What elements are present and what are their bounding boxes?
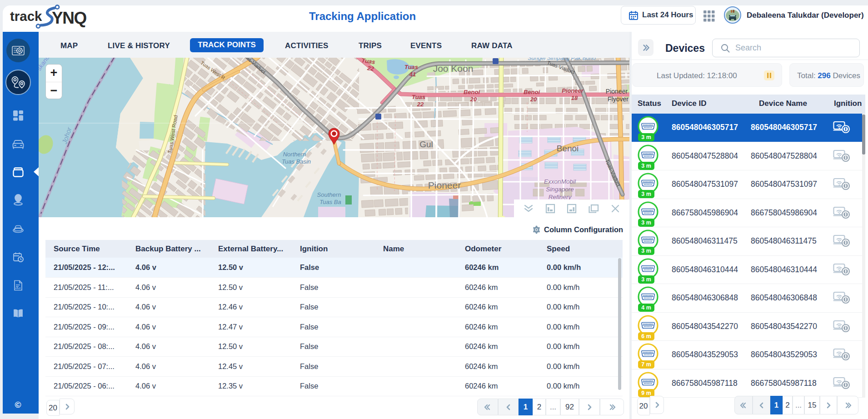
svg-text:Pioneer: Pioneer — [428, 180, 461, 190]
svg-text:Benoi: Benoi — [557, 144, 579, 153]
svg-text:6 m: 6 m — [641, 333, 651, 339]
svg-text:Tuas: Tuas — [412, 94, 425, 100]
svg-text:Tuas Ba: Tuas Ba — [319, 199, 341, 205]
svg-text:Singapore: Singapore — [546, 186, 574, 193]
svg-text:Benoi: Benoi — [524, 89, 540, 95]
svg-text:22: 22 — [417, 101, 424, 108]
svg-text:3 m: 3 m — [641, 248, 651, 254]
svg-text:20: 20 — [530, 96, 537, 103]
svg-text:Pioneer: Pioneer — [562, 87, 584, 94]
svg-text:Southern: Southern — [317, 191, 341, 198]
svg-text:41: 41 — [409, 71, 416, 78]
svg-text:Pioneer: Pioneer — [606, 88, 628, 95]
svg-text:Benoi: Benoi — [464, 89, 480, 95]
svg-text:20: 20 — [470, 96, 477, 103]
svg-text:YNQ: YNQ — [52, 9, 86, 27]
svg-text:Joo Koon: Joo Koon — [433, 63, 474, 74]
svg-text:18: 18 — [571, 95, 578, 101]
svg-text:3 m: 3 m — [641, 219, 651, 226]
svg-text:Sungei Simpang Pak Bono: Sungei Simpang Pak Bono — [528, 58, 595, 61]
svg-text:3 m: 3 m — [641, 276, 651, 283]
svg-text:4 m: 4 m — [641, 304, 651, 311]
svg-text:7 m: 7 m — [641, 361, 651, 368]
svg-text:22: 22 — [366, 65, 374, 72]
svg-text:3 m: 3 m — [641, 134, 651, 140]
svg-text:Northern: Northern — [283, 151, 306, 158]
svg-text:Gul: Gul — [419, 140, 433, 149]
svg-text:Tuas: Tuas — [404, 64, 418, 70]
svg-text:Flyover: Flyover — [608, 95, 629, 103]
svg-text:3 m: 3 m — [641, 191, 651, 197]
svg-text:9 m: 9 m — [641, 390, 651, 396]
svg-text:ExxonMobil: ExxonMobil — [544, 178, 576, 185]
svg-text:track: track — [10, 9, 42, 24]
svg-text:3 m: 3 m — [641, 163, 651, 169]
svg-text:Tuas Basin: Tuas Basin — [282, 158, 311, 165]
